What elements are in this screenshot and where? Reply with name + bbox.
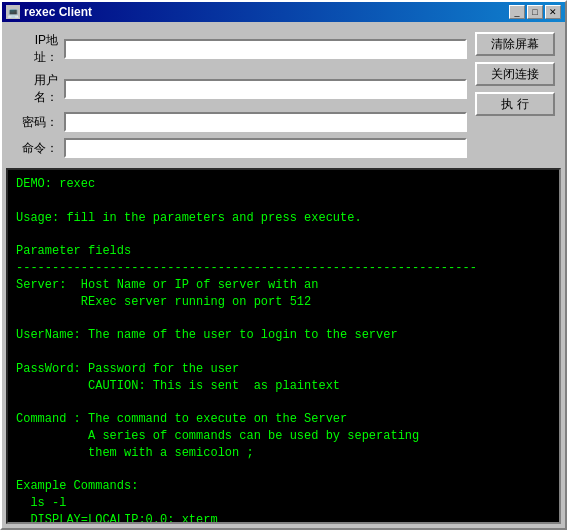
terminal-line — [16, 226, 551, 243]
username-row: 用户名： — [12, 72, 467, 106]
terminal-line: DISPLAY=LOCALIP:0.0; xterm — [16, 512, 551, 524]
terminal-line: DEMO: rexec — [16, 176, 551, 193]
terminal-line: Usage: fill in the parameters and press … — [16, 210, 551, 227]
password-label: 密码： — [12, 114, 58, 131]
execute-button[interactable]: 执 行 — [475, 92, 555, 116]
terminal-line: ls -l — [16, 495, 551, 512]
app-icon: 💻 — [6, 5, 20, 19]
buttons-area: 清除屏幕 关闭连接 执 行 — [475, 32, 555, 158]
terminal-line: RExec server running on port 512 — [16, 294, 551, 311]
terminal-line — [16, 193, 551, 210]
password-input[interactable] — [64, 112, 467, 132]
window-title: rexec Client — [24, 5, 92, 19]
terminal-line: Server: Host Name or IP of server with a… — [16, 277, 551, 294]
terminal-line: Command : The command to execute on the … — [16, 411, 551, 428]
terminal-line — [16, 344, 551, 361]
password-row: 密码： — [12, 112, 467, 132]
terminal-line: them with a semicolon ; — [16, 445, 551, 462]
clear-screen-button[interactable]: 清除屏幕 — [475, 32, 555, 56]
form-area: IP地址： 用户名： 密码： 命令： 清除屏幕 关闭连接 执 行 — [2, 22, 565, 168]
maximize-button[interactable]: □ — [527, 5, 543, 19]
terminal-line — [16, 394, 551, 411]
form-fields: IP地址： 用户名： 密码： 命令： — [12, 32, 467, 158]
terminal-output: DEMO: rexec Usage: fill in the parameter… — [6, 168, 561, 524]
terminal-line: Example Commands: — [16, 478, 551, 495]
terminal-line: Parameter fields — [16, 243, 551, 260]
terminal-line: UserName: The name of the user to login … — [16, 327, 551, 344]
terminal-line: A series of commands can be used by sepe… — [16, 428, 551, 445]
username-input[interactable] — [64, 79, 467, 99]
close-connection-button[interactable]: 关闭连接 — [475, 62, 555, 86]
username-label: 用户名： — [12, 72, 58, 106]
title-buttons: _ □ ✕ — [509, 5, 561, 19]
ip-input[interactable] — [64, 39, 467, 59]
terminal-line: PassWord: Password for the user — [16, 361, 551, 378]
title-bar-left: 💻 rexec Client — [6, 5, 92, 19]
title-bar: 💻 rexec Client _ □ ✕ — [2, 2, 565, 22]
ip-row: IP地址： — [12, 32, 467, 66]
command-row: 命令： — [12, 138, 467, 158]
minimize-button[interactable]: _ — [509, 5, 525, 19]
terminal-line — [16, 462, 551, 479]
main-window: 💻 rexec Client _ □ ✕ IP地址： 用户名： 密码： — [0, 0, 567, 530]
terminal-line: ----------------------------------------… — [16, 260, 551, 277]
terminal-line: CAUTION: This is sent as plaintext — [16, 378, 551, 395]
terminal-line — [16, 310, 551, 327]
ip-label: IP地址： — [12, 32, 58, 66]
command-label: 命令： — [12, 140, 58, 157]
command-input[interactable] — [64, 138, 467, 158]
close-button[interactable]: ✕ — [545, 5, 561, 19]
